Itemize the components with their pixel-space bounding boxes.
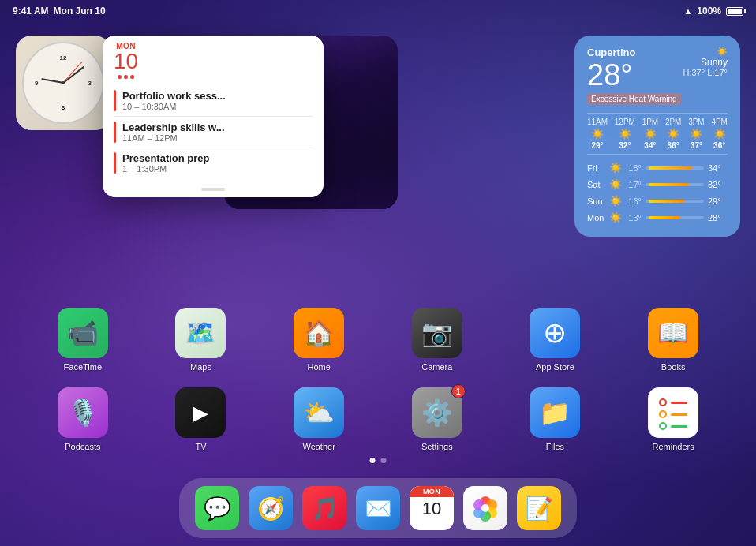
dock-music[interactable]: 🎵 <box>302 486 346 530</box>
weather-right-info: ☀️ Sunny H:37° L:17° <box>683 47 728 77</box>
app-reminders[interactable]: Reminders <box>648 387 698 451</box>
apps-grid: 📹 FaceTime 🗺️ Maps 🏠 Home 📷 Camera ⊕ App… <box>0 308 756 451</box>
dock-cal-month: MON <box>410 486 454 497</box>
reminder-line-1 <box>671 402 687 404</box>
weather-hour-5: 4PM ☀️ 36° <box>711 118 728 150</box>
status-date: Mon Jun 10 <box>54 6 106 17</box>
hour-temp-4: 37° <box>688 141 705 150</box>
hour-time-4: 3PM <box>688 118 705 126</box>
day-lo-sun: 16° <box>622 196 642 206</box>
maps-label: Maps <box>190 362 211 372</box>
day-lo-fri: 18° <box>622 163 642 173</box>
day-hi-mon: 28° <box>708 213 728 223</box>
hour-icon-5: ☀️ <box>711 128 728 140</box>
app-podcasts[interactable]: 🎙️ Podcasts <box>58 387 108 451</box>
app-settings[interactable]: ⚙️ 1 Settings <box>412 387 462 451</box>
cal-scroll-indicator <box>103 185 324 197</box>
hour-icon-1: ☀️ <box>615 128 635 140</box>
clock-center <box>62 81 65 84</box>
app-files[interactable]: 📁 Files <box>530 387 580 451</box>
app-home[interactable]: 🏠 Home <box>294 308 344 372</box>
hour-time-2: 1PM <box>642 118 659 126</box>
cal-dot-1 <box>118 75 122 79</box>
dock-safari[interactable]: 🧭 <box>249 486 293 530</box>
day-icon-fri: ☀️ <box>609 162 622 174</box>
day-hi-fri: 34° <box>708 163 728 173</box>
home-label: Home <box>307 362 330 372</box>
event-time-2: 11AM – 12PM <box>122 133 313 143</box>
app-tv[interactable]: ▶ TV <box>175 387 226 451</box>
widget-calendar[interactable]: MON 10 Portfolio work sess... 10 – 10:30… <box>103 36 324 197</box>
facetime-icon-img: 📹 <box>58 308 108 358</box>
battery-percent: 100% <box>697 6 721 17</box>
calendar-event-2[interactable]: Leadership skills w... 11AM – 12PM <box>103 117 324 148</box>
weather-hour-2: 1PM ☀️ 34° <box>642 118 659 150</box>
app-weather[interactable]: ⛅ Weather <box>294 387 344 451</box>
podcasts-icon-img: 🎙️ <box>58 387 108 438</box>
appstore-label: App Store <box>536 362 574 372</box>
day-name-mon: Mon <box>587 213 609 223</box>
hour-icon-2: ☀️ <box>642 128 659 140</box>
day-bar-container-sat <box>646 183 704 186</box>
home-screen: 9:41 AM Mon Jun 10 ▲ 100% 12 3 6 9 <box>0 0 756 546</box>
calendar-event-3[interactable]: Presentation prep 1 – 1:30PM <box>103 148 324 178</box>
event-content-3: Presentation prep 1 – 1:30PM <box>122 152 313 174</box>
dock-mail[interactable]: ✉️ <box>356 486 400 530</box>
reminder-line-3 <box>671 425 687 428</box>
app-maps[interactable]: 🗺️ Maps <box>175 308 226 372</box>
status-right: ▲ 100% <box>683 6 743 17</box>
widget-clock[interactable]: 12 3 6 9 <box>16 36 110 130</box>
event-bar-2 <box>114 122 116 143</box>
svg-point-6 <box>481 504 489 512</box>
dock-notes[interactable]: 📝 <box>517 486 561 530</box>
status-left: 9:41 AM Mon Jun 10 <box>13 6 106 17</box>
weather-label: Weather <box>302 442 335 451</box>
dock-messages[interactable]: 💬 <box>195 486 239 530</box>
page-dots <box>370 458 387 463</box>
hour-temp-1: 32° <box>615 141 635 150</box>
files-label: Files <box>546 442 564 451</box>
calendar-event-1[interactable]: Portfolio work sess... 10 – 10:30AM <box>103 85 324 116</box>
status-bar: 9:41 AM Mon Jun 10 ▲ 100% <box>0 0 756 22</box>
hour-icon-0: ☀️ <box>587 128 608 140</box>
weather-hour-3: 2PM ☀️ 36° <box>665 118 682 150</box>
dock-calendar[interactable]: MON 10 <box>410 486 454 530</box>
minute-hand <box>63 65 85 83</box>
day-bar-container-fri <box>646 166 704 170</box>
wifi-icon: ▲ <box>683 6 692 16</box>
day-bar-container-sun <box>646 200 704 203</box>
event-title-3: Presentation prep <box>122 152 313 164</box>
tv-icon-img: ▶ <box>175 387 226 438</box>
apps-row-2: 🎙️ Podcasts ▶ TV ⛅ Weather ⚙️ 1 Settings… <box>24 387 732 451</box>
day-bar-container-mon <box>646 216 704 219</box>
weather-temp: 28° <box>587 60 635 90</box>
files-icon-img: 📁 <box>530 387 580 438</box>
app-camera[interactable]: 📷 Camera <box>412 308 462 372</box>
calendar-date-badge: MON 10 <box>114 42 138 79</box>
facetime-label: FaceTime <box>64 362 103 372</box>
hour-temp-5: 36° <box>711 141 728 150</box>
day-name-sat: Sat <box>587 180 609 189</box>
day-bar-sat <box>649 183 690 186</box>
page-dot-2 <box>381 458 387 463</box>
status-time: 9:41 AM <box>13 6 49 17</box>
weather-icon-img: ⛅ <box>294 387 344 438</box>
settings-icon-img: ⚙️ 1 <box>412 387 462 438</box>
hour-time-3: 2PM <box>665 118 682 126</box>
reminder-item-1 <box>659 398 687 406</box>
app-facetime[interactable]: 📹 FaceTime <box>58 308 108 372</box>
app-books[interactable]: 📖 Books <box>648 308 698 372</box>
dock-photos[interactable] <box>463 486 507 530</box>
hour-time-0: 11AM <box>587 118 608 126</box>
page-dot-1 <box>370 458 376 463</box>
clock-9: 9 <box>35 80 38 87</box>
clock-12: 12 <box>60 54 67 62</box>
weather-alert-text: Excessive Heat Warning <box>587 93 681 105</box>
tv-label: TV <box>195 442 206 451</box>
widget-weather[interactable]: Cupertino 28° ☀️ Sunny H:37° L:17° Exces… <box>574 36 740 237</box>
hour-temp-2: 34° <box>642 141 659 150</box>
app-appstore[interactable]: ⊕ App Store <box>530 308 580 372</box>
camera-icon-img: 📷 <box>412 308 462 358</box>
weather-hour-0: 11AM ☀️ 29° <box>587 118 608 150</box>
reminder-circle-1 <box>659 398 667 406</box>
